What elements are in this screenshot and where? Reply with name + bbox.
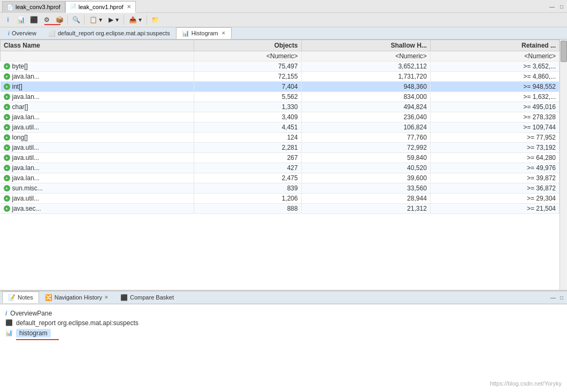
table-row[interactable]: +java.util...2,28172,992>= 73,192 <box>1 143 560 153</box>
tab-histogram-close[interactable]: ✕ <box>221 30 226 36</box>
table-row[interactable]: +char[]1,330494,824>= 495,016 <box>1 102 560 112</box>
table-row[interactable]: +java.lan...5,562834,000>= 1,632,... <box>1 92 560 102</box>
notes-item-histogram: 📊 histogram <box>5 328 562 339</box>
main-table-area: Class Name Objects Shallow H... Retained… <box>0 40 567 290</box>
report-grid-icon: ⬛ <box>5 319 13 326</box>
cell-objects: 2,475 <box>194 173 301 183</box>
table-row[interactable]: +sun.misc...83933,560>= 36,872 <box>1 183 560 194</box>
col-shallow[interactable]: Shallow H... <box>301 40 430 51</box>
tab-label: leak_conv3.hprof <box>16 4 60 10</box>
run-button[interactable]: ▶ ▾ <box>106 14 121 26</box>
cell-class-name: +java.lan... <box>1 112 194 122</box>
bottom-panel: 📝 Notes 🔀 Navigation History ✕ ⬛ Compare… <box>0 290 567 392</box>
class-name-text: long[] <box>12 134 28 141</box>
folder-button[interactable]: 📁 <box>149 14 161 26</box>
tab-overview[interactable]: i Overview <box>2 27 42 39</box>
class-name-text: java.lan... <box>12 73 40 80</box>
tab-histogram-label: Histogram <box>191 30 218 36</box>
copy-button[interactable]: 📋 ▾ <box>87 14 105 26</box>
file-icon: 📄 <box>7 4 13 10</box>
separator-2 <box>84 15 85 25</box>
tab-default-report[interactable]: ⬜ default_report org.eclipse.mat.api:sus… <box>42 27 176 39</box>
cell-retained: >= 64,280 <box>430 153 559 163</box>
cell-objects: 124 <box>194 133 301 143</box>
bottom-minimize-btn[interactable]: — <box>549 295 557 301</box>
notes-item-histogram-label: histogram <box>16 329 51 337</box>
chart-button[interactable]: 📊 <box>15 14 27 26</box>
table-container: Class Name Objects Shallow H... Retained… <box>0 40 567 290</box>
filter-class[interactable] <box>1 51 194 62</box>
grid-button[interactable]: ⬛ <box>28 14 40 26</box>
histogram-bar-icon: 📊 <box>5 329 13 336</box>
table-row[interactable]: +java.util...4,451106,824>= 109,744 <box>1 122 560 133</box>
cell-objects: 7,404 <box>194 82 301 92</box>
scrollbar-thumb[interactable] <box>561 41 567 62</box>
overview-info-icon: i <box>5 310 7 317</box>
tab-close-icon[interactable]: ✕ <box>127 4 131 10</box>
cell-class-name: +byte[] <box>1 62 194 72</box>
info-button[interactable]: i <box>2 14 14 26</box>
table-row[interactable]: +java.lan...3,409236,040>= 278,328 <box>1 112 560 122</box>
bottom-tab-nav-history[interactable]: 🔀 Navigation History ✕ <box>39 291 114 303</box>
filter-row: <Numeric> <Numeric> <Numeric> <box>1 51 560 62</box>
tab-overview-label: Overview <box>12 30 36 36</box>
notes-label: Notes <box>18 294 33 301</box>
table-row[interactable]: +java.lan...2,47539,600>= 39,872 <box>1 173 560 183</box>
bottom-restore-btn[interactable]: □ <box>558 295 565 301</box>
search-button[interactable]: 🔍 <box>70 14 82 26</box>
restore-button[interactable]: □ <box>558 4 565 10</box>
table-row[interactable]: +byte[]75,4973,652,112>= 3,652,... <box>1 62 560 72</box>
class-icon: + <box>4 73 10 80</box>
toolbar: i 📊 ⬛ ⚙ 📦 🔍 📋 ▾ ▶ ▾ 📤 ▾ 📁 <box>0 13 567 27</box>
class-icon: + <box>4 134 10 141</box>
col-class-name[interactable]: Class Name <box>1 40 194 51</box>
compare-label: Compare Basket <box>130 294 174 301</box>
class-icon: + <box>4 175 10 181</box>
table-row[interactable]: +java.lan...42740,520>= 49,976 <box>1 163 560 173</box>
table-row[interactable]: +int[]7,404948,360>= 948,552 <box>1 82 560 92</box>
cell-retained: >= 4,860,... <box>430 72 559 82</box>
tab-histogram[interactable]: 📊 Histogram ✕ <box>176 27 232 39</box>
cell-class-name: +java.util... <box>1 143 194 153</box>
cell-objects: 5,562 <box>194 92 301 102</box>
bottom-tab-notes[interactable]: 📝 Notes <box>2 291 39 303</box>
tab-leak-conv1[interactable]: 📄 leak_conv1.hprof ✕ <box>65 1 136 13</box>
cell-shallow: 948,360 <box>301 82 430 92</box>
cell-objects: 888 <box>194 204 301 214</box>
col-objects[interactable]: Objects <box>194 40 301 51</box>
export-button[interactable]: 📤 ▾ <box>126 14 144 26</box>
class-name-text: java.util... <box>12 195 40 202</box>
filter-shallow[interactable]: <Numeric> <box>301 51 430 62</box>
col-retained[interactable]: Retained ... <box>430 40 559 51</box>
cell-class-name: +java.lan... <box>1 163 194 173</box>
cell-retained: >= 948,552 <box>430 82 559 92</box>
class-icon: + <box>4 114 10 120</box>
filter-retained[interactable]: <Numeric> <box>430 51 559 62</box>
table-row[interactable]: +java.lan...72,1551,731,720>= 4,860,... <box>1 72 560 82</box>
filter-objects[interactable]: <Numeric> <box>194 51 301 62</box>
bottom-tab-compare[interactable]: ⬛ Compare Basket <box>114 291 180 303</box>
tab-bar-top: 📄 leak_conv3.hprof 📄 leak_conv1.hprof ✕ … <box>0 0 567 13</box>
class-name-text: sun.misc... <box>12 185 43 192</box>
nav-close-icon[interactable]: ✕ <box>104 295 109 300</box>
nav-label: Navigation History <box>55 294 102 301</box>
cell-objects: 427 <box>194 163 301 173</box>
vertical-scrollbar[interactable] <box>560 40 567 290</box>
table-row[interactable]: +long[]12477,760>= 77,952 <box>1 133 560 143</box>
cell-class-name: +java.lan... <box>1 92 194 102</box>
cell-retained: >= 109,744 <box>430 122 559 133</box>
cell-class-name: +java.sec... <box>1 204 194 214</box>
minimize-button[interactable]: — <box>548 4 556 10</box>
table-row[interactable]: +java.util...26759,840>= 64,280 <box>1 153 560 163</box>
histogram-icon: 📊 <box>182 30 189 37</box>
tab-leak-conv3[interactable]: 📄 leak_conv3.hprof <box>2 1 65 13</box>
table-row[interactable]: +java.sec...88821,312>= 21,504 <box>1 204 560 214</box>
cell-class-name: +java.util... <box>1 153 194 163</box>
table-row[interactable]: +java.util...1,20628,944>= 29,304 <box>1 194 560 204</box>
cell-retained: >= 495,016 <box>430 102 559 112</box>
cell-objects: 72,155 <box>194 72 301 82</box>
cell-retained: >= 3,652,... <box>430 62 559 72</box>
overview-icon: i <box>8 30 10 36</box>
compare-icon: ⬛ <box>120 294 128 301</box>
cell-shallow: 59,840 <box>301 153 430 163</box>
